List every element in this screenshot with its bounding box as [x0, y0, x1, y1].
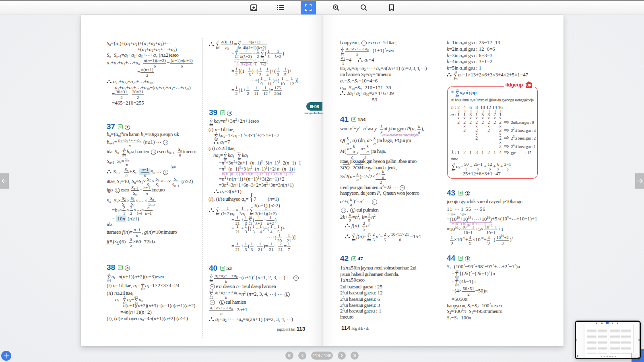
svg-text:UP: UP [526, 83, 532, 87]
